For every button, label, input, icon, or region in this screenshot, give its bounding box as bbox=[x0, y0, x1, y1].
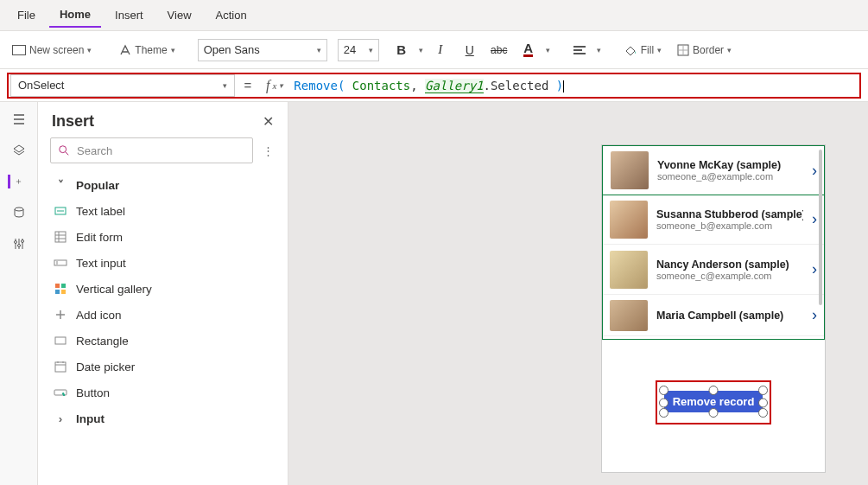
border-button[interactable]: Border ▾ bbox=[672, 41, 737, 60]
main-area: Insert ✕ Search ⋮ ˅ Popular Text label E… bbox=[0, 102, 868, 485]
screen-icon bbox=[12, 45, 26, 55]
insert-text-input[interactable]: Text input bbox=[45, 250, 281, 276]
insert-rectangle[interactable]: Rectangle bbox=[45, 328, 281, 354]
resize-handle[interactable] bbox=[758, 398, 768, 407]
resize-handle[interactable] bbox=[758, 408, 768, 418]
svg-point-13 bbox=[14, 241, 16, 244]
close-icon[interactable]: ✕ bbox=[263, 113, 274, 130]
svg-line-17 bbox=[66, 152, 69, 156]
chevron-right-icon: › bbox=[54, 412, 67, 425]
svg-point-16 bbox=[60, 146, 67, 153]
font-select[interactable]: Open Sans ▾ bbox=[198, 39, 327, 61]
gallery-row[interactable]: Yvonne McKay (sample)someone_a@example.c… bbox=[602, 145, 825, 195]
tab-insert[interactable]: Insert bbox=[105, 3, 154, 27]
tree-view-icon[interactable] bbox=[12, 112, 26, 126]
search-input[interactable]: Search bbox=[50, 137, 253, 163]
property-select[interactable]: OnSelect ▾ bbox=[10, 74, 235, 97]
chevron-down-icon: ▾ bbox=[87, 46, 92, 54]
more-options-icon[interactable]: ⋮ bbox=[260, 144, 276, 157]
resize-handle[interactable] bbox=[758, 386, 768, 395]
svg-point-14 bbox=[17, 245, 20, 247]
chevron-down-icon: ▾ bbox=[657, 46, 662, 54]
tab-home[interactable]: Home bbox=[49, 3, 101, 28]
resize-handle[interactable] bbox=[709, 408, 719, 418]
input-section[interactable]: › Input bbox=[45, 405, 281, 431]
gallery-control[interactable]: Yvonne McKay (sample)someone_a@example.c… bbox=[602, 145, 825, 340]
menu-tabs: File Home Insert View Action bbox=[0, 0, 868, 31]
border-icon bbox=[677, 44, 689, 56]
fill-button[interactable]: Fill ▾ bbox=[618, 41, 667, 60]
tab-view[interactable]: View bbox=[157, 3, 202, 27]
fx-button[interactable]: fx ▾ bbox=[261, 78, 288, 93]
avatar bbox=[610, 251, 648, 289]
svg-rect-20 bbox=[55, 232, 66, 242]
left-rail bbox=[0, 102, 38, 485]
chevron-down-icon: ▾ bbox=[171, 46, 175, 54]
svg-rect-28 bbox=[55, 290, 60, 294]
chevron-right-icon[interactable]: › bbox=[812, 162, 817, 180]
tab-action[interactable]: Action bbox=[206, 3, 257, 27]
bold-button[interactable]: B bbox=[390, 38, 414, 62]
font-size-value: 24 bbox=[344, 43, 356, 56]
scrollbar[interactable] bbox=[819, 150, 822, 305]
insert-panel: Insert ✕ Search ⋮ ˅ Popular Text label E… bbox=[38, 102, 288, 485]
property-value: OnSelect bbox=[18, 79, 64, 92]
formula-input[interactable]: Remove( Contacts, Gallery1.Selected ) bbox=[288, 77, 569, 94]
fill-label: Fill bbox=[641, 44, 654, 56]
chevron-right-icon[interactable]: › bbox=[812, 306, 817, 324]
chevron-right-icon[interactable]: › bbox=[812, 210, 817, 228]
underline-button[interactable]: U bbox=[458, 38, 482, 62]
avatar bbox=[610, 300, 648, 331]
canvas[interactable]: Yvonne McKay (sample)someone_a@example.c… bbox=[288, 102, 868, 485]
insert-text-label[interactable]: Text label bbox=[45, 198, 281, 224]
tools-icon[interactable] bbox=[12, 237, 26, 251]
svg-rect-33 bbox=[55, 362, 66, 372]
font-color-button[interactable]: A bbox=[516, 38, 541, 62]
data-icon[interactable] bbox=[12, 206, 26, 220]
contact-email: someone_a@example.com bbox=[657, 171, 803, 182]
font-size-select[interactable]: 24 ▾ bbox=[338, 39, 379, 61]
chevron-down-icon: ▾ bbox=[546, 46, 550, 54]
theme-button[interactable]: Theme ▾ bbox=[114, 41, 180, 60]
resize-handle[interactable] bbox=[709, 386, 719, 395]
insert-button[interactable]: Button bbox=[45, 380, 281, 405]
resize-handle[interactable] bbox=[659, 386, 668, 395]
chevron-right-icon[interactable]: › bbox=[812, 260, 817, 278]
popular-section[interactable]: ˅ Popular bbox=[45, 172, 281, 198]
theme-icon bbox=[119, 44, 131, 56]
chevron-down-icon: ▾ bbox=[223, 81, 227, 90]
insert-vertical-gallery[interactable]: Vertical gallery bbox=[45, 276, 281, 302]
align-button[interactable] bbox=[567, 38, 592, 62]
chevron-down-icon: ˅ bbox=[54, 178, 67, 192]
insert-title: Insert bbox=[52, 112, 94, 131]
contact-email: someone_b@example.com bbox=[656, 220, 803, 231]
chevron-down-icon: ▾ bbox=[727, 46, 732, 54]
selected-control[interactable]: Remove record bbox=[656, 380, 772, 424]
italic-button[interactable]: I bbox=[428, 38, 453, 62]
svg-rect-26 bbox=[55, 284, 60, 288]
insert-date-picker[interactable]: Date picker bbox=[45, 354, 281, 380]
svg-rect-24 bbox=[54, 260, 67, 265]
strikethrough-button[interactable]: abc bbox=[487, 38, 511, 62]
resize-handle[interactable] bbox=[659, 398, 668, 407]
ribbon-toolbar: New screen ▾ Theme ▾ Open Sans ▾ 24 ▾ B … bbox=[0, 31, 868, 69]
popular-label: Popular bbox=[76, 179, 119, 192]
formula-bar: OnSelect ▾ = fx ▾ Remove( Contacts, Gall… bbox=[0, 69, 868, 102]
font-name-value: Open Sans bbox=[204, 43, 260, 56]
insert-add-icon[interactable]: Add icon bbox=[45, 302, 281, 328]
svg-point-9 bbox=[15, 207, 23, 211]
gallery-row[interactable]: Susanna Stubberod (sample)someone_b@exam… bbox=[603, 195, 824, 245]
gallery-row[interactable]: Nancy Anderson (sample)someone_c@example… bbox=[603, 245, 824, 295]
contact-name: Maria Campbell (sample) bbox=[656, 310, 803, 322]
svg-rect-27 bbox=[61, 284, 66, 288]
tab-file[interactable]: File bbox=[7, 3, 46, 27]
new-screen-button[interactable]: New screen ▾ bbox=[7, 41, 97, 60]
avatar bbox=[610, 201, 648, 239]
contact-name: Yvonne McKay (sample) bbox=[657, 159, 803, 171]
resize-handle[interactable] bbox=[659, 408, 668, 418]
layers-icon[interactable] bbox=[12, 144, 26, 157]
svg-rect-32 bbox=[55, 337, 66, 344]
gallery-row[interactable]: Maria Campbell (sample) › bbox=[603, 295, 824, 336]
insert-edit-form[interactable]: Edit form bbox=[45, 224, 281, 250]
insert-rail-icon[interactable] bbox=[8, 175, 22, 188]
